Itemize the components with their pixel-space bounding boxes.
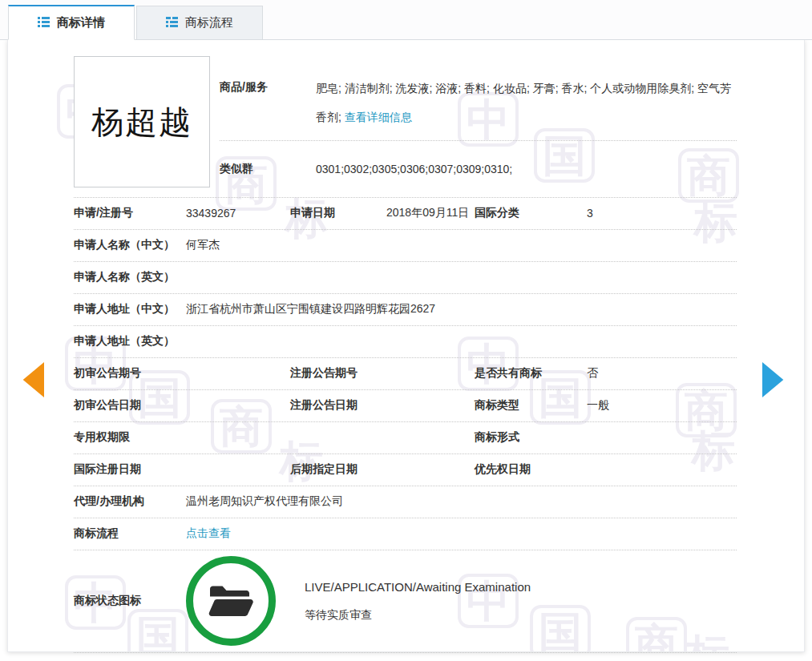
intl-class-value: 3 (587, 207, 737, 220)
tab-bar: 商标详情 商标流程 (0, 0, 812, 40)
field-row-agency: 代理/办理机构 温州老周知识产权代理有限公司 (74, 486, 737, 518)
goods-services-value: 肥皂; 清洁制剂; 洗发液; 浴液; 香料; 化妆品; 牙膏; 香水; 个人或动… (316, 74, 737, 132)
intl-class-label: 国际分类 (475, 206, 587, 220)
agency-value: 温州老周知识产权代理有限公司 (186, 494, 737, 509)
later-desig-date-label: 后期指定日期 (290, 462, 386, 477)
goods-services-label: 商品/服务 (220, 74, 316, 132)
top-right: 商品/服务 肥皂; 清洁制剂; 洗发液; 浴液; 香料; 化妆品; 牙膏; 香水… (220, 56, 737, 197)
app-number-label: 申请/注册号 (74, 206, 186, 220)
click-to-view-link[interactable]: 点击查看 (186, 526, 231, 539)
field-row-applicant-cn: 申请人名称（中文） 何军杰 (74, 230, 737, 262)
trademark-detail-panel: 中国商标中国商标中国商标中国商标中国中国商标 杨超越 商品/服务 肥皂; 清洁制… (7, 40, 805, 652)
prelim-no-label: 初审公告期号 (74, 366, 186, 381)
view-details-link[interactable]: 查看详细信息 (345, 111, 412, 123)
applicant-cn-label: 申请人名称（中文） (74, 238, 186, 252)
status-icon-label: 商标状态图标 (74, 594, 186, 608)
field-row-address-cn: 申请人地址（中文） 浙江省杭州市萧山区宁围镇建设四路明辉花园2627 (74, 294, 737, 326)
applicant-en-label: 申请人名称（英文） (74, 270, 186, 284)
shared-trademark-label: 是否共有商标 (475, 366, 587, 381)
similar-group-row: 类似群 0301;0302;0305;0306;0307;0309;0310; (220, 141, 737, 197)
agency-label: 代理/办理机构 (74, 494, 186, 509)
similar-group-value: 0301;0302;0305;0306;0307;0309;0310; (316, 163, 737, 175)
app-date-value: 2018年09月11日 (386, 206, 475, 220)
shared-trademark-value: 否 (587, 366, 737, 381)
similar-group-label: 类似群 (220, 162, 316, 176)
field-row-process: 商标流程 点击查看 (74, 518, 737, 550)
field-row-applicant-en: 申请人名称（英文） (74, 262, 737, 294)
open-folder-icon (208, 582, 254, 619)
field-row-exclusive: 专用权期限 商标形式 (74, 422, 737, 454)
trademark-text: 杨超越 (91, 100, 192, 144)
app-number-value: 33439267 (186, 207, 290, 220)
intl-reg-date-label: 国际注册日期 (74, 462, 186, 477)
field-row-announcement-date: 初审公告日期 注册公告日期 商标类型 一般 (74, 390, 737, 422)
tab-trademark-details[interactable]: 商标详情 (8, 5, 135, 40)
field-row-application: 申请/注册号 33439267 申请日期 2018年09月11日 国际分类 3 (74, 198, 737, 230)
field-row-announcement-no: 初审公告期号 注册公告期号 是否共有商标 否 (74, 358, 737, 390)
prelim-date-label: 初审公告日期 (74, 398, 186, 413)
address-cn-label: 申请人地址（中文） (74, 302, 186, 316)
trademark-image: 杨超越 (74, 56, 210, 187)
top-section: 杨超越 商品/服务 肥皂; 清洁制剂; 洗发液; 浴液; 香料; 化妆品; 牙膏… (74, 56, 737, 198)
status-row: 商标状态图标 LIVE/APPLICATION/Awaiting Examina… (74, 550, 737, 653)
status-texts: LIVE/APPLICATION/Awaiting Examination 等待… (305, 580, 531, 623)
status-ring (186, 556, 276, 646)
flow-icon (166, 16, 178, 30)
tm-type-label: 商标类型 (475, 398, 587, 413)
goods-services-row: 商品/服务 肥皂; 清洁制剂; 洗发液; 浴液; 香料; 化妆品; 牙膏; 香水… (220, 56, 737, 141)
status-line-chinese: 等待实质审查 (305, 608, 531, 623)
list-icon (38, 16, 50, 30)
reg-pub-no-label: 注册公告期号 (290, 366, 386, 381)
app-date-label: 申请日期 (290, 206, 386, 220)
priority-date-label: 优先权日期 (475, 462, 587, 477)
detail-content: 杨超越 商品/服务 肥皂; 清洁制剂; 洗发液; 浴液; 香料; 化妆品; 牙膏… (74, 56, 737, 653)
tm-type-value: 一般 (587, 398, 737, 413)
tab-trademark-process[interactable]: 商标流程 (136, 6, 263, 40)
reg-pub-date-label: 注册公告日期 (290, 398, 386, 413)
exclusive-period-label: 专用权期限 (74, 430, 186, 445)
status-line-english: LIVE/APPLICATION/Awaiting Examination (305, 580, 531, 594)
address-cn-value: 浙江省杭州市萧山区宁围镇建设四路明辉花园2627 (186, 302, 737, 316)
tab-process-label: 商标流程 (185, 15, 233, 30)
tab-details-label: 商标详情 (57, 15, 105, 30)
field-row-intl-dates: 国际注册日期 后期指定日期 优先权日期 (74, 454, 737, 486)
tm-form-label: 商标形式 (475, 430, 587, 445)
field-row-address-en: 申请人地址（英文） (74, 326, 737, 358)
process-label: 商标流程 (74, 526, 186, 541)
address-en-label: 申请人地址（英文） (74, 334, 186, 349)
applicant-cn-value: 何军杰 (186, 238, 737, 252)
